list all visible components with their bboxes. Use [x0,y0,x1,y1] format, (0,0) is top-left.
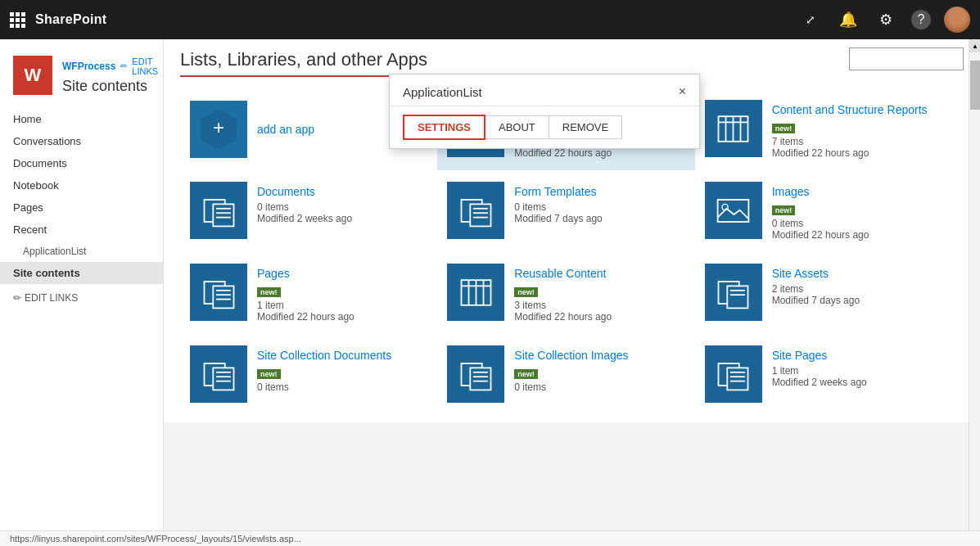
site-pages-count: 1 item [772,365,942,377]
sidebar-item-notebook[interactable]: Notebook [0,174,163,196]
form-templates-modified: Modified 7 days ago [514,213,684,224]
scrollbar-thumb[interactable] [970,61,980,110]
grid-item-reusable-content[interactable]: Reusable Content new! 3 items Modified 2… [437,252,694,334]
edit-icon-top: ✏ [120,61,127,70]
content-structure-modified: Modified 22 hours ago [772,147,942,159]
add-app-label: add an app [257,123,314,136]
svg-rect-44 [470,368,490,390]
modal-about-button[interactable]: ABOUT [485,115,549,139]
pages-info: Pages new! 1 item Modified 22 hours ago [257,264,427,323]
svg-rect-39 [213,368,233,390]
grid-item-documents[interactable]: Documents 0 items Modified 2 weeks ago [180,170,437,252]
scrollbar-up[interactable]: ▲ [969,39,980,52]
svg-rect-25 [213,286,233,308]
content-structure-count: 7 items [772,136,942,147]
grid-item-site-collection-docs[interactable]: Site Collection Documents new! 0 items [180,334,437,414]
status-bar: https://linyus.sharepoint.com/sites/WFPr… [0,530,980,546]
site-assets-icon [705,264,762,321]
content-structure-new-badge: new! [772,124,796,133]
pages-count: 1 item [257,300,427,311]
search-input[interactable] [849,47,964,70]
modal-header: ApplicationList × [390,74,699,106]
sidebar-item-applicationlist[interactable]: ApplicationList [0,241,163,262]
svg-rect-35 [727,286,747,308]
expand-icon[interactable]: ⤢ [798,7,823,32]
svg-rect-13 [213,204,233,226]
topbar-icons: ⤢ 🔔 ⚙ ? [798,7,970,33]
content-structure-info: Content and Structure Reports new! 7 ite… [772,100,942,159]
modal-close-button[interactable]: × [679,84,686,99]
site-name-link[interactable]: WFProcess [62,61,115,72]
notification-icon[interactable]: 🔔 [836,7,860,32]
modal-settings-button[interactable]: SETTINGS [403,115,485,140]
reusable-content-count: 3 items [514,300,684,311]
modal-remove-button[interactable]: REMOVE [549,115,622,139]
content-structure-name: Content and Structure Reports [772,103,942,116]
sidebar-item-recent[interactable]: Recent [0,219,163,241]
form-templates-info: Form Templates 0 items Modified 7 days a… [514,182,684,224]
reusable-content-icon [447,264,504,321]
grid-item-content-structure[interactable]: Content and Structure Reports new! 7 ite… [695,88,952,170]
help-icon[interactable]: ? [911,10,931,29]
site-pages-modified: Modified 2 weeks ago [772,377,942,388]
svg-rect-49 [727,368,747,390]
documents-info: Documents 0 items Modified 2 weeks ago [257,182,427,224]
avatar[interactable] [944,7,970,33]
waffle-icon[interactable] [10,12,25,28]
modal-box: ApplicationList × SETTINGS ABOUT REMOVE [389,74,700,149]
edit-links-bottom-label: EDIT LINKS [25,292,78,304]
pages-name: Pages [257,267,427,280]
sidebar-item-conversations[interactable]: Conversations [0,130,163,152]
search-area [849,47,964,70]
sidebar-nav: Home Conversations Documents Notebook Pa… [0,108,163,284]
images-new-badge: new! [772,205,796,215]
section-title: Lists, Libraries, and other Apps [180,49,427,77]
form-templates-name: Form Templates [514,185,684,198]
documents-name: Documents [257,185,427,198]
site-assets-modified: Modified 7 days ago [772,295,942,306]
site-collection-docs-new-badge: new! [257,369,281,379]
settings-icon[interactable]: ⚙ [874,7,898,32]
modal-title: ApplicationList [403,85,482,99]
reusable-content-new-badge: new! [514,287,538,297]
modal-actions: SETTINGS ABOUT REMOVE [390,106,699,148]
site-logo-area: W WFProcess ✏ EDIT LINKS Site contents [0,47,163,108]
images-icon [705,182,762,239]
documents-icon [190,182,247,239]
images-name: Images [772,185,942,198]
pages-icon [190,264,247,321]
form-templates-count: 0 items [514,201,684,213]
svg-text:+: + [213,116,224,138]
grid-item-site-pages[interactable]: Site Pages 1 item Modified 2 weeks ago [695,334,952,414]
sidebar-item-documents[interactable]: Documents [0,152,163,174]
site-logo: W [13,56,52,95]
sidebar-item-site-contents[interactable]: Site contents [0,262,163,284]
form-templates-icon [447,182,504,239]
site-collection-images-new-badge: new! [514,369,538,379]
app-name: SharePoint [35,12,798,27]
reusable-content-modified: Modified 22 hours ago [514,311,684,323]
images-count: 0 items [772,218,942,229]
site-assets-info: Site Assets 2 items Modified 7 days ago [772,264,942,306]
topbar: SharePoint ⤢ 🔔 ⚙ ? [0,0,980,39]
edit-links-top[interactable]: EDIT LINKS [132,56,158,76]
grid-item-site-collection-images[interactable]: Site Collection Images new! 0 items [437,334,694,414]
images-modified: Modified 22 hours ago [772,229,942,241]
sidebar-edit-links[interactable]: ✏ EDIT LINKS [0,284,163,312]
svg-rect-18 [470,204,490,226]
edit-icon-bottom: ✏ [13,292,21,304]
grid-item-site-assets[interactable]: Site Assets 2 items Modified 7 days ago [695,252,952,334]
reusable-content-info: Reusable Content new! 3 items Modified 2… [514,264,684,323]
sidebar: W WFProcess ✏ EDIT LINKS Site contents H… [0,39,164,546]
site-collection-images-info: Site Collection Images new! 0 items [514,345,684,393]
site-assets-name: Site Assets [772,267,942,280]
sidebar-item-pages[interactable]: Pages [0,196,163,219]
grid-item-pages[interactable]: Pages new! 1 item Modified 22 hours ago [180,252,437,334]
grid-item-form-templates[interactable]: Form Templates 0 items Modified 7 days a… [437,170,694,252]
grid-item-images[interactable]: Images new! 0 items Modified 22 hours ag… [695,170,952,252]
site-collection-docs-icon [190,345,247,403]
site-collection-docs-info: Site Collection Documents new! 0 items [257,345,427,393]
sidebar-item-home[interactable]: Home [0,108,163,130]
right-scrollbar[interactable]: ▲ ▼ [969,39,980,546]
site-collection-images-name: Site Collection Images [514,349,684,362]
